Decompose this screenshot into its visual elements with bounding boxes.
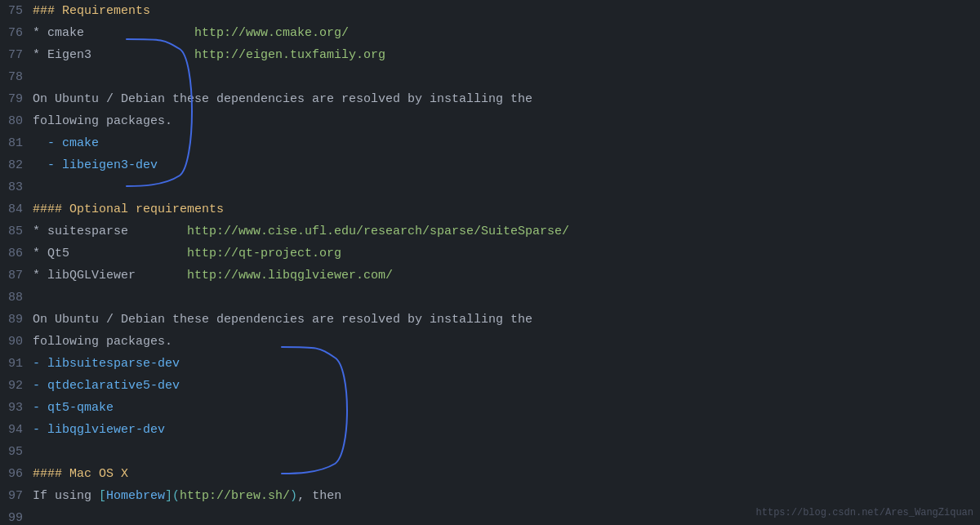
line-content: * Eigen3 http://eigen.tuxfamily.org — [33, 44, 973, 66]
table-row: 95 — [0, 441, 980, 463]
table-row: 87* libQGLViewer http://www.libqglviewer… — [0, 265, 980, 287]
table-row: 83 — [0, 176, 980, 198]
line-number: 82 — [7, 154, 33, 176]
line-content: following packages. — [33, 110, 973, 132]
line-number: 91 — [7, 353, 33, 375]
table-row: 89On Ubuntu / Debian these dependencies … — [0, 309, 980, 331]
table-row: 90following packages. — [0, 331, 980, 353]
table-row: 75### Requirements — [0, 0, 980, 22]
line-content: - qtdeclarative5-dev — [33, 375, 973, 397]
table-row: 76* cmake http://www.cmake.org/ — [0, 22, 980, 44]
line-number: 95 — [7, 441, 33, 463]
table-row: 82 - libeigen3-dev — [0, 154, 980, 176]
line-content: * suitesparse http://www.cise.ufl.edu/re… — [33, 220, 973, 242]
table-row: 85* suitesparse http://www.cise.ufl.edu/… — [0, 220, 980, 242]
line-content: On Ubuntu / Debian these dependencies ar… — [33, 88, 973, 110]
line-number: 90 — [7, 331, 33, 353]
line-number: 88 — [7, 287, 33, 309]
line-number: 79 — [7, 88, 33, 110]
line-content: ### Requirements — [33, 0, 973, 22]
table-row: 91- libsuitesparse-dev — [0, 353, 980, 375]
line-number: 83 — [7, 176, 33, 198]
code-editor: 75### Requirements76* cmake http://www.c… — [0, 0, 980, 525]
line-number: 86 — [7, 242, 33, 265]
table-row: 94- libqglviewer-dev — [0, 419, 980, 441]
line-content: - cmake — [33, 132, 973, 154]
line-content: following packages. — [33, 331, 973, 353]
line-number: 89 — [7, 309, 33, 331]
table-row: 78 — [0, 66, 980, 88]
table-row: 80following packages. — [0, 110, 980, 132]
table-row: 86* Qt5 http://qt-project.org — [0, 242, 980, 265]
line-content: - libqglviewer-dev — [33, 419, 973, 441]
line-number: 80 — [7, 110, 33, 132]
line-number: 92 — [7, 375, 33, 397]
line-number: 76 — [7, 22, 33, 44]
table-row: 77* Eigen3 http://eigen.tuxfamily.org — [0, 44, 980, 66]
line-number: 75 — [7, 0, 33, 22]
table-row: 97If using [Homebrew](http://brew.sh/), … — [0, 485, 980, 507]
line-content: On Ubuntu / Debian these dependencies ar… — [33, 309, 973, 331]
table-row: 81 - cmake — [0, 132, 980, 154]
line-content: * libQGLViewer http://www.libqglviewer.c… — [33, 265, 973, 287]
table-row: 92- qtdeclarative5-dev — [0, 375, 980, 397]
line-number: 78 — [7, 66, 33, 88]
line-content: - libeigen3-dev — [33, 154, 973, 176]
line-number: 81 — [7, 132, 33, 154]
line-number: 84 — [7, 198, 33, 220]
line-content: - libsuitesparse-dev — [33, 353, 973, 375]
line-content: * Qt5 http://qt-project.org — [33, 242, 973, 265]
line-number: 94 — [7, 419, 33, 441]
line-content: #### Mac OS X — [33, 463, 973, 485]
line-content: * cmake http://www.cmake.org/ — [33, 22, 973, 44]
line-number: 96 — [7, 463, 33, 485]
line-content: - qt5-qmake — [33, 397, 973, 419]
lines-container: 75### Requirements76* cmake http://www.c… — [0, 0, 980, 525]
watermark: https://blog.csdn.net/Ares_WangZiquan — [756, 507, 973, 518]
line-number: 97 — [7, 485, 33, 507]
table-row: 88 — [0, 287, 980, 309]
line-content: #### Optional requirements — [33, 198, 973, 220]
table-row: 93- qt5-qmake — [0, 397, 980, 419]
table-row: 96#### Mac OS X — [0, 463, 980, 485]
line-number: 87 — [7, 265, 33, 287]
table-row: 84#### Optional requirements — [0, 198, 980, 220]
line-number: 85 — [7, 220, 33, 242]
line-content: If using [Homebrew](http://brew.sh/), th… — [33, 485, 973, 507]
line-number: 99 — [7, 507, 33, 525]
line-number: 77 — [7, 44, 33, 66]
table-row: 79On Ubuntu / Debian these dependencies … — [0, 88, 980, 110]
line-number: 93 — [7, 397, 33, 419]
